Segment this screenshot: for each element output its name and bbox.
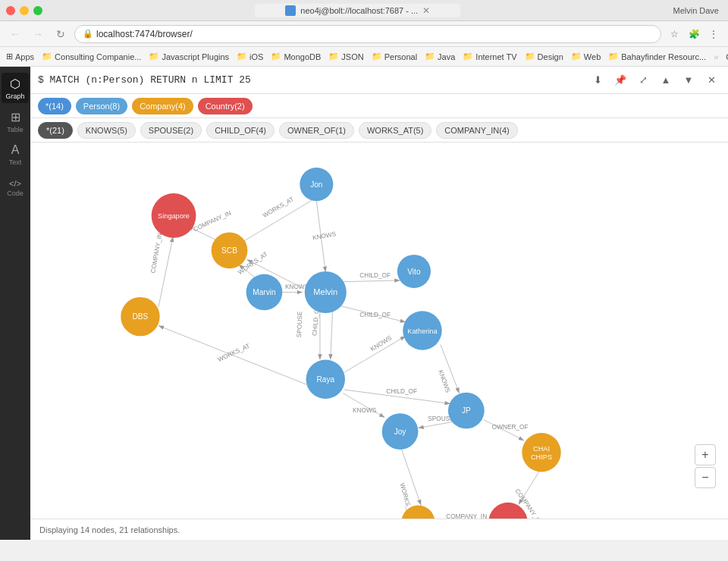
bookmark-json[interactable]: 📁 JSON	[328, 52, 363, 61]
folder-icon-10: 📁	[571, 52, 582, 61]
rel-tag-company-in[interactable]: COMPANY_IN(4)	[436, 122, 517, 139]
sidebar-item-code[interactable]: </> Code	[2, 173, 29, 203]
folder-icon-7: 📁	[425, 52, 435, 61]
edge-label-ownerof: OWNER_OF	[492, 424, 529, 431]
edge-melvin-vito	[342, 280, 400, 282]
refresh-button[interactable]: ↻	[52, 25, 70, 43]
back-button[interactable]: ←	[6, 25, 24, 43]
edge-label-knows-raya: KNOWS	[353, 407, 377, 414]
bookmark-ios[interactable]: 📁 iOS	[237, 52, 263, 61]
edge-label-knows-kat: KNOWS	[437, 369, 451, 394]
edge-label-spouse-melvin: SPOUSE	[296, 311, 303, 337]
expand-button[interactable]: ⤢	[634, 71, 652, 89]
status-bar: Displaying 14 nodes, 21 relationships.	[30, 519, 728, 540]
traffic-lights[interactable]	[6, 6, 42, 15]
tag-company[interactable]: Company(4)	[132, 98, 193, 114]
sidebar-item-table[interactable]: ⊞ Table	[2, 106, 29, 136]
edge-label-childof-katherina: CHILD_OF	[359, 312, 391, 318]
tags-row: *(14) Person(8) Company(4) Country(2)	[30, 94, 728, 118]
node-label-scb: SCB	[221, 246, 237, 255]
apps-icon: ⊞	[6, 52, 13, 61]
edge-label-knows-jon: KNOWS	[312, 230, 337, 241]
rel-tag-all[interactable]: *(21)	[38, 122, 73, 139]
bookmark-web[interactable]: 📁 Web	[571, 52, 601, 61]
folder-icon: 📁	[42, 52, 52, 61]
lock-icon: 🔒	[83, 29, 93, 39]
title-bar: neo4j@bolt://localhost:7687 - ... ✕ Melv…	[0, 0, 728, 21]
bookmark-java[interactable]: 📁 Java	[425, 52, 455, 61]
forward-button[interactable]: →	[29, 25, 47, 43]
zoom-in-button[interactable]: +	[695, 444, 716, 465]
bookmark-design[interactable]: 📁 Design	[525, 52, 563, 61]
edge-label-companyin-scb: COMPANY_IN	[193, 209, 233, 233]
tab-close-icon[interactable]: ✕	[422, 5, 430, 16]
user-name: Melvin Dave	[673, 6, 722, 15]
folder-icon-5: 📁	[328, 52, 339, 61]
tag-person[interactable]: Person(8)	[76, 98, 127, 114]
tag-country[interactable]: Country(2)	[198, 98, 253, 114]
graph-area[interactable]: KNOWS KNOWS WORKS_AT WORKS_AT COMPANY_IN…	[30, 143, 728, 519]
sidebar-label-graph: Graph	[5, 92, 24, 100]
node-label-jp: JP	[462, 406, 471, 415]
code-icon: </>	[9, 179, 21, 188]
sidebar-item-graph[interactable]: ⬡ Graph	[2, 73, 29, 103]
node-philippines[interactable]	[488, 503, 527, 519]
pin-button[interactable]: 📌	[611, 71, 629, 89]
tag-all[interactable]: *(14)	[38, 98, 71, 114]
sidebar-label-table: Table	[7, 126, 24, 133]
sidebar: ⬡ Graph ⊞ Table A Text </> Code	[0, 67, 30, 540]
bookmark-consulting[interactable]: 📁 Consulting Companie...	[42, 52, 141, 61]
rel-tag-owner-of[interactable]: OWNER_OF(1)	[279, 122, 354, 139]
maximize-button[interactable]	[33, 6, 42, 15]
edge-label-childof-jp: CHILD_OF	[386, 388, 417, 395]
minimize-button[interactable]	[20, 6, 29, 15]
edge-label-workat-jon: WORKS_AT	[262, 196, 295, 219]
node-label-joy: Joy	[394, 428, 407, 436]
text-icon: A	[11, 143, 20, 157]
address-bar[interactable]: 🔒 localhost:7474/browser/	[74, 25, 661, 43]
node-label-vito: Vito	[407, 268, 421, 276]
node-label-singapore: Singapore	[158, 212, 190, 220]
node-label-dbs: DBS	[133, 312, 149, 321]
rel-tag-works-at[interactable]: WORKS_AT(5)	[359, 122, 431, 139]
bookmark-js-plugins[interactable]: 📁 Javascript Plugins	[149, 52, 229, 61]
zoom-out-button[interactable]: −	[695, 467, 716, 488]
address-text: localhost:7474/browser/	[96, 29, 193, 39]
star-icon[interactable]: ☆	[666, 26, 682, 42]
edge-label-knows-raya-kat: KNOWS	[369, 334, 394, 353]
edge-label-companyin-olx: COMPANY_IN	[446, 513, 487, 519]
relationships-row: *(21) KNOWS(5) SPOUSE(2) CHILD_OF(4) OWN…	[30, 118, 728, 143]
node-label-marvin: Marvin	[253, 288, 275, 296]
close-button[interactable]	[6, 6, 15, 15]
folder-icon-11: 📁	[608, 52, 619, 61]
query-text: $ MATCH (n:Person) RETURN n LIMIT 25	[38, 74, 582, 86]
query-actions: ⬇ 📌 ⤢ ▲ ▼ ✕	[588, 71, 720, 89]
edge-raya-katherina	[344, 336, 406, 372]
bookmark-apps[interactable]: ⊞ Apps	[6, 52, 34, 61]
next-button[interactable]: ▼	[679, 71, 698, 89]
sidebar-label-text: Text	[9, 158, 22, 166]
prev-button[interactable]: ▲	[657, 71, 675, 89]
rel-tag-spouse[interactable]: SPOUSE(2)	[140, 122, 202, 139]
query-bar: $ MATCH (n:Person) RETURN n LIMIT 25 ⬇ 📌…	[30, 67, 728, 94]
extensions-icon[interactable]: 🧩	[686, 26, 702, 42]
edge-melvin-raya	[331, 312, 333, 359]
table-icon: ⊞	[11, 110, 20, 124]
close-result-button[interactable]: ✕	[702, 71, 720, 89]
sidebar-label-code: Code	[7, 190, 24, 197]
folder-icon-6: 📁	[372, 52, 382, 61]
sidebar-item-text[interactable]: A Text	[2, 139, 29, 170]
settings-icon[interactable]: ⋮	[705, 26, 722, 42]
graph-icon: ⬡	[10, 77, 20, 91]
bookmark-personal[interactable]: 📁 Personal	[372, 52, 417, 61]
status-text: Displaying 14 nodes, 21 relationships.	[39, 525, 180, 534]
bookmark-internet-tv[interactable]: 📁 Internet TV	[463, 52, 516, 61]
node-label-chai1: CHAI	[533, 445, 550, 453]
edge-label-childof-vito: CHILD_OF	[359, 272, 391, 279]
rel-tag-knows[interactable]: KNOWS(5)	[77, 122, 136, 139]
node-label-melvin: Melvin	[313, 287, 337, 296]
bookmark-mongodb[interactable]: 📁 MongoDB	[271, 52, 321, 61]
rel-tag-child-of[interactable]: CHILD_OF(4)	[206, 122, 275, 139]
export-button[interactable]: ⬇	[588, 71, 607, 89]
bookmark-bahayfinder[interactable]: 📁 Bahayfinder Resourc...	[608, 52, 706, 61]
